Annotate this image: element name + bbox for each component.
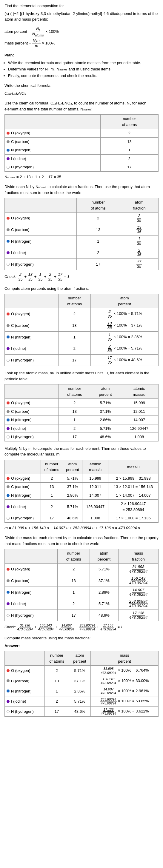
mt-col-element [5, 460, 41, 474]
dot-oxygen [7, 477, 9, 480]
frac-val-nitrogen: 135 [120, 236, 159, 247]
mt-am-oxygen: 15.999 [83, 474, 108, 483]
mp-n-iodine: 2 [45, 696, 69, 707]
table-row: I (iodine) 2 5.71% 126.90447 2 × 126.904… [5, 500, 159, 514]
dot-nitrogen [7, 418, 9, 422]
mt-element-oxygen: O (oxygen) [5, 474, 41, 483]
mass-frac-text: Divide the mass for each element by m to… [4, 535, 159, 547]
mt-mass-iodine: 2 × 126.90447= 253.80894 [108, 500, 159, 514]
mf-pct-carbon: 37.1% [90, 575, 118, 587]
atoms-table: numberof atoms O (oxygen) 2 C (carbon) 1… [4, 114, 159, 172]
am-pct-carbon: 37.1% [91, 407, 120, 416]
dot-iodine [7, 251, 9, 254]
table-row: H (hydrogen) 17 48.6% 17.136473.09294 × … [5, 707, 159, 717]
dot-hydrogen [7, 166, 9, 168]
mf-n-carbon: 13 [58, 575, 90, 587]
mt-element-nitrogen: N (nitrogen) [5, 491, 41, 500]
answer-label: Answer: [4, 643, 159, 649]
mp-col-number: numberof atoms [45, 651, 69, 665]
fractions-table: numberof atoms atomfraction O (oxygen) 2… [4, 198, 159, 270]
mt-mass-carbon: 13 × 12.011 = 156.143 [108, 483, 159, 491]
atom-pct-table: numberof atoms atompercent O (oxygen) 2 … [4, 294, 159, 366]
mp-element-nitrogen: N (nitrogen) [5, 686, 45, 696]
table-row: N (nitrogen) 1 2.86% 14.007473.09294 × 1… [5, 686, 159, 696]
plan-item-2: Determine values for Nᵢ, mᵢ, Nₐₜₒₘₛ and … [8, 66, 159, 72]
table-row: I (iodine) 2 235 × 100% = 5.71% [5, 343, 159, 354]
mf-frac-oxygen: 31.998473.09294 [119, 563, 159, 575]
frac-val-carbon: 1335 [120, 224, 159, 236]
plan-title: Plan: [4, 52, 159, 58]
element-hydrogen: H (hydrogen) [5, 163, 101, 172]
mp-element-carbon: C (carbon) [5, 676, 45, 686]
dot-iodine [7, 602, 9, 605]
apct-val-carbon: 1335 × 100% = 37.1% [91, 320, 159, 331]
dot-hydrogen [7, 359, 9, 362]
table-row: O (oxygen) 2 235 × 100% = 5.71% [5, 308, 159, 320]
am-n-hydrogen: 17 [58, 433, 91, 441]
mt-pct-nitrogen: 2.86% [63, 491, 83, 500]
compound-text: (s)-(-)−2-[(1-hydroxy-3,3-dimethylbutan-… [4, 11, 159, 22]
mp-element-oxygen: O (oxygen) [5, 665, 45, 676]
mf-frac-nitrogen: 14.007473.09294 [119, 587, 159, 598]
fractions-section: Divide each Nᵢ by Nₐₜₒₘₛ to calculate at… [4, 184, 159, 281]
mt-element-iodine: I (iodine) [5, 500, 41, 514]
divide-text: Divide each Nᵢ by Nₐₜₒₘₛ to calculate at… [4, 184, 159, 195]
apct-val-oxygen: 235 × 100% = 5.71% [91, 308, 159, 320]
mp-n-oxygen: 2 [45, 665, 69, 676]
table-row: C (carbon) 13 1335 [5, 224, 159, 236]
am-col-pct: atompercent [91, 384, 120, 399]
mf-pct-oxygen: 5.71% [90, 563, 118, 575]
table-row: H (hydrogen) 17 48.6% 1.008 17 × 1.008 =… [5, 514, 159, 523]
mf-col-element [5, 549, 58, 563]
am-element-oxygen: O (oxygen) [5, 399, 59, 407]
table-row: H (hydrogen) 17 [5, 163, 159, 172]
dot-nitrogen [7, 240, 9, 243]
mp-mass-pct-nitrogen: 14.007473.09294 × 100% = 2.961% [91, 686, 158, 696]
frac-n-hydrogen: 17 [76, 258, 120, 270]
n-nitrogen: 1 [100, 146, 158, 155]
mf-element-nitrogen: N (nitrogen) [5, 587, 58, 598]
atoms-col-element [5, 115, 101, 129]
mp-n-nitrogen: 1 [45, 686, 69, 696]
table-row: I (iodine) 2 [5, 154, 159, 163]
apct-element-oxygen: O (oxygen) [5, 308, 59, 320]
mp-n-carbon: 13 [45, 676, 69, 686]
dot-oxygen [7, 132, 9, 135]
dot-nitrogen [7, 591, 9, 594]
plan-item-1: Write the chemical formula and gather at… [8, 60, 159, 66]
mass-frac-section: Divide the mass for each element by m to… [4, 535, 159, 631]
mass-percent-formula: mass percent = Nimim × 100% [4, 38, 159, 49]
am-element-hydrogen: H (hydrogen) [5, 433, 59, 441]
dot-oxygen [7, 401, 9, 404]
mt-col-number: numberof atoms [41, 460, 63, 474]
atom-pct-section: Compute atom percents using the atom fra… [4, 286, 159, 366]
plan-section: Plan: Write the chemical formula and gat… [4, 52, 159, 79]
mt-n-hydrogen: 17 [41, 514, 63, 523]
apct-col-element [5, 294, 59, 308]
mp-n-hydrogen: 17 [45, 707, 69, 717]
frac-n-nitrogen: 1 [76, 236, 120, 247]
apct-n-carbon: 13 [58, 320, 91, 331]
frac-n-carbon: 13 [76, 224, 120, 236]
mf-element-carbon: C (carbon) [5, 575, 58, 587]
mt-n-nitrogen: 1 [41, 491, 63, 500]
element-iodine: I (iodine) [5, 154, 101, 163]
natoms-calc: Nₐₜₒₘₛ = 2 + 13 + 1 + 2 + 17 = 35 [4, 174, 159, 180]
atom-percent-formula: atom percent = NiNatoms × 100% [4, 27, 159, 37]
frac-element-nitrogen: N (nitrogen) [5, 236, 77, 247]
dot-iodine [7, 157, 9, 160]
mf-col-frac: massfraction [119, 549, 159, 563]
frac-val-iodine: 235 [120, 247, 159, 259]
table-row: N (nitrogen) 1 135 × 100% = 2.86% [5, 331, 159, 343]
mf-element-oxygen: O (oxygen) [5, 563, 58, 575]
dot-oxygen [7, 669, 9, 672]
mp-mass-pct-iodine: 253.80894473.09294 × 100% = 53.65% [91, 696, 158, 707]
fractions-check: Check: 235 + 1335 + 135 + 235 + 1735 = 1 [4, 273, 159, 281]
mp-pct-nitrogen: 2.86% [69, 686, 91, 696]
mt-col-mass: mass/u [108, 460, 159, 474]
mp-pct-hydrogen: 48.6% [69, 707, 91, 717]
am-n-carbon: 13 [58, 407, 91, 416]
table-row: N (nitrogen) 1 135 [5, 236, 159, 247]
dot-hydrogen [7, 614, 9, 617]
table-row: C (carbon) 13 37.1% 12.011 13 × 12.011 =… [5, 483, 159, 491]
